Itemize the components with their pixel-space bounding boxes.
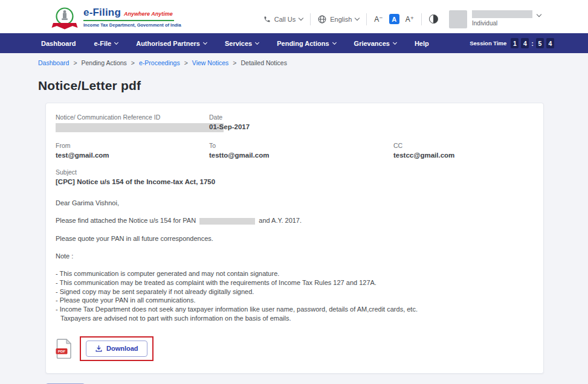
logo-title: e-Filing xyxy=(83,7,121,19)
quote-pan-line: Please quote your PAN in all future corr… xyxy=(56,234,442,243)
subject-value: [CPC] Notice u/s 154 of the Income-tax A… xyxy=(56,178,534,185)
download-icon xyxy=(95,345,103,353)
user-name-redacted xyxy=(472,10,532,18)
date-field: Date 01-Sep-2017 xyxy=(209,114,393,132)
contrast-toggle-icon[interactable] xyxy=(429,14,438,24)
to-label: To xyxy=(209,142,393,149)
logo-subtitle: Income Tax Department, Government of Ind… xyxy=(83,22,181,28)
language-menu[interactable]: English xyxy=(318,15,359,24)
chevron-down-icon xyxy=(203,40,207,44)
nav-item-efile[interactable]: e-File xyxy=(94,40,118,47)
reference-date-row: Notice/ Communication Reference ID Date … xyxy=(56,114,534,132)
nav-item-authorised-partners[interactable]: Authorised Partners xyxy=(136,40,207,47)
header-utilities: Call Us English A⁻ A A⁺ xyxy=(263,10,541,28)
globe-icon xyxy=(318,15,326,24)
reference-id-redacted xyxy=(56,123,224,132)
logo-divider xyxy=(83,20,174,21)
user-meta: Individual xyxy=(472,10,532,27)
language-label: English xyxy=(330,16,352,23)
chevron-down-icon xyxy=(255,40,259,44)
date-value: 01-Sep-2017 xyxy=(209,123,393,130)
nav-item-services[interactable]: Services xyxy=(225,40,259,47)
breadcrumb-separator: > xyxy=(131,59,135,66)
nav-item-pending-actions[interactable]: Pending Actions xyxy=(277,40,335,47)
from-label: From xyxy=(56,142,209,149)
cc-value: testcc@gmail.com xyxy=(393,152,534,159)
pdf-file-icon: PDF xyxy=(56,339,72,359)
avatar xyxy=(449,10,467,28)
session-digit: 5 xyxy=(536,38,544,48)
breadcrumb-separator: > xyxy=(233,59,236,66)
session-digit: 4 xyxy=(521,38,529,48)
subject-field: Subject [CPC] Notice u/s 154 of the Inco… xyxy=(56,168,534,185)
session-timer: Session Time 1 4 : 5 4 xyxy=(470,38,554,48)
from-field: From test@gmail.com xyxy=(56,142,209,159)
from-value: test@gmail.com xyxy=(56,152,209,159)
breadcrumb-dashboard[interactable]: Dashboard xyxy=(38,59,69,66)
from-to-cc-row: From test@gmail.com To testto@gmail.com … xyxy=(56,142,534,159)
pan-redacted xyxy=(199,218,255,225)
attachment-line: Please find attached the Notice u/s 154 … xyxy=(56,216,442,225)
note-heading: Note : xyxy=(56,252,442,260)
note-item: - This communication may be treated as c… xyxy=(56,278,435,287)
page-title: Notice/Letter pdf xyxy=(38,78,588,93)
chevron-down-icon xyxy=(355,16,360,21)
chevron-down-icon xyxy=(537,11,541,16)
note-item: - Please quote your PAN in all communica… xyxy=(56,296,435,305)
reference-id-field: Notice/ Communication Reference ID xyxy=(56,114,209,132)
breadcrumb-separator: > xyxy=(73,59,77,66)
efiling-logo[interactable]: e-Filing Anywhere Anytime Income Tax Dep… xyxy=(51,7,181,32)
breadcrumb-pending-actions: Pending Actions xyxy=(82,59,127,66)
logo-tagline: Anywhere Anytime xyxy=(124,11,173,17)
notice-card: Notice/ Communication Reference ID Date … xyxy=(45,103,544,374)
font-increase-button[interactable]: A⁺ xyxy=(405,15,414,24)
notice-body: Dear Garima Vishnoi, Please find attache… xyxy=(56,199,534,323)
chevron-down-icon xyxy=(332,40,337,44)
breadcrumb-detailed-notices: Detailed Notices xyxy=(241,59,286,66)
subject-label: Subject xyxy=(56,168,534,176)
annotation-highlight-box: Download xyxy=(80,336,153,361)
cc-field: CC testcc@gmail.com xyxy=(393,142,534,159)
nav-item-help[interactable]: Help xyxy=(415,40,429,47)
note-item: - Income Tax Department does not seek an… xyxy=(56,305,435,322)
note-item: - This communication is computer generat… xyxy=(56,269,435,278)
divider xyxy=(366,13,367,25)
page-content: Dashboard > Pending Actions > e-Proceedi… xyxy=(0,53,588,384)
download-button[interactable]: Download xyxy=(86,341,147,357)
breadcrumb: Dashboard > Pending Actions > e-Proceedi… xyxy=(38,59,588,66)
call-us-label: Call Us xyxy=(274,16,296,23)
chevron-down-icon xyxy=(393,40,397,44)
session-timer-label: Session Time xyxy=(470,40,506,46)
attachment-row: PDF Download xyxy=(56,336,534,361)
download-label: Download xyxy=(106,345,138,352)
to-field: To testto@gmail.com xyxy=(209,142,393,159)
note-item: - Signed copy may be sent separately if … xyxy=(56,287,435,296)
font-decrease-button[interactable]: A⁻ xyxy=(374,15,383,24)
greeting-line: Dear Garima Vishnoi, xyxy=(56,199,442,207)
reference-id-label: Notice/ Communication Reference ID xyxy=(56,114,209,121)
notes-list: - This communication is computer generat… xyxy=(56,269,435,322)
session-digit: 4 xyxy=(546,38,554,48)
india-emblem-icon xyxy=(51,7,79,32)
date-label: Date xyxy=(209,114,393,121)
user-type-label: Individual xyxy=(472,20,532,27)
call-us-menu[interactable]: Call Us xyxy=(263,16,303,23)
logo-text: e-Filing Anywhere Anytime Income Tax Dep… xyxy=(83,7,181,28)
chevron-down-icon xyxy=(299,16,303,21)
cc-label: CC xyxy=(393,142,534,149)
font-normal-button[interactable]: A xyxy=(389,14,399,24)
phone-icon xyxy=(263,16,271,23)
to-value: testto@gmail.com xyxy=(209,152,393,159)
font-size-controls: A⁻ A A⁺ xyxy=(374,14,414,24)
divider xyxy=(310,13,311,25)
nav-item-dashboard[interactable]: Dashboard xyxy=(41,40,76,47)
user-menu[interactable]: Individual xyxy=(449,10,541,28)
breadcrumb-view-notices[interactable]: View Notices xyxy=(192,59,229,66)
breadcrumb-eproceedings[interactable]: e-Proceedings xyxy=(139,59,180,66)
svg-text:PDF: PDF xyxy=(58,349,66,353)
session-digit: 1 xyxy=(511,38,519,48)
efiling-portal-window: e-Filing Anywhere Anytime Income Tax Dep… xyxy=(0,0,588,384)
nav-item-grievances[interactable]: Grievances xyxy=(354,40,396,47)
chevron-down-icon xyxy=(114,40,118,44)
breadcrumb-separator: > xyxy=(184,59,188,66)
